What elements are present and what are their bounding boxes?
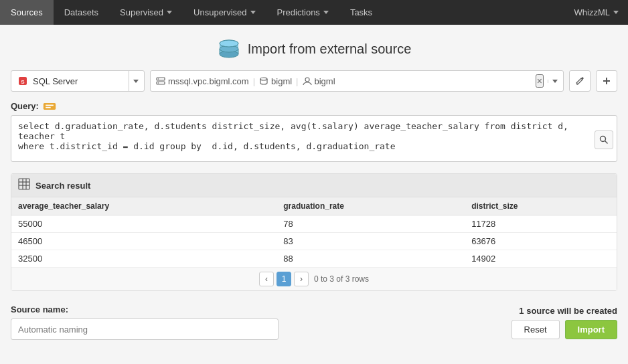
expand-connection-button[interactable] [548,80,558,83]
navbar: Sources Datasets Supervised Unsupervised… [0,0,628,25]
nav-unsupervised-label: Unsupervised [193,7,247,17]
cell-grad-2: 83 [277,233,465,250]
plus-icon [602,76,611,86]
nav-supervised[interactable]: Supervised [109,0,183,25]
table-row: 55000 78 11728 [11,215,617,233]
query-label: Query: [11,101,617,111]
server-icon [156,76,165,86]
table-header-row: average_teacher_salary graduation_rate d… [11,197,617,215]
prev-page-button[interactable]: ‹ [259,272,274,286]
page-header: Import from external source [11,37,617,61]
svg-point-14 [305,78,309,82]
nav-supervised-label: Supervised [120,7,163,17]
col-header-grad-rate: graduation_rate [277,197,465,215]
svg-point-21 [601,136,606,141]
svg-rect-18 [44,103,56,110]
will-create-text: 1 source will be created [519,306,617,316]
connection-details: mssql.vpc.bigml.com | bigml | bigml × [150,70,564,92]
query-section: Query: [11,101,617,164]
results-footer: ‹ 1 › 0 to 3 of 3 rows [11,267,617,290]
svg-rect-23 [19,179,29,189]
nav-sources-label: Sources [11,7,43,17]
current-page[interactable]: 1 [277,272,291,286]
pagination: ‹ 1 › [259,272,309,286]
conn-database: bigml [259,76,292,86]
clear-connection-button[interactable]: × [536,74,544,88]
nav-unsupervised-caret [250,11,256,14]
svg-point-13 [260,78,267,80]
results-header: Search result [11,174,617,197]
will-create-suffix: source will be created [526,306,617,316]
svg-point-6 [220,40,238,47]
action-buttons: Reset Import [512,320,617,339]
query-input[interactable] [11,115,617,162]
will-create-count: 1 [519,306,524,316]
main-content: Import from external source S SQL Server [0,25,628,343]
db-type-caret[interactable] [129,71,139,91]
pagination-info: 0 to 3 of 3 rows [314,274,369,284]
cell-district-2: 63676 [465,233,617,250]
nav-datasets-label: Datasets [64,7,98,17]
grid-icon [18,178,30,193]
col-header-avg-salary: average_teacher_salary [11,197,277,215]
nav-datasets[interactable]: Datasets [54,0,109,25]
svg-point-11 [158,78,159,80]
db-type-select[interactable]: S SQL Server [11,70,145,92]
svg-point-12 [158,82,159,84]
cell-district-3: 14902 [465,250,617,268]
cell-grad-3: 88 [277,250,465,268]
nav-sources[interactable]: Sources [0,0,54,25]
search-icon [599,135,609,145]
database-icon [217,37,241,61]
source-name-section: Source name: [11,304,279,340]
brand-caret [613,11,619,14]
nav-tasks-label: Tasks [350,7,372,17]
results-table: average_teacher_salary graduation_rate d… [11,197,617,267]
conn-user: bigml [303,76,335,86]
reset-button[interactable]: Reset [512,320,560,339]
nav-unsupervised[interactable]: Unsupervised [183,0,266,25]
cell-district-1: 11728 [465,215,617,233]
run-query-button[interactable] [595,130,613,149]
connection-row: S SQL Server mssql.vpc.bigml.com | [11,70,617,92]
table-icon [18,178,30,190]
query-help-icon [43,102,56,111]
table-row: 46500 83 63676 [11,233,617,250]
source-name-row: Source name: 1 source will be created Re… [11,302,617,343]
conn-host: mssql.vpc.bigml.com [156,76,249,86]
page-title: Import from external source [248,41,412,57]
brand[interactable]: WhizzML [565,0,628,25]
nav-predictions-label: Predictions [277,7,320,17]
nav-predictions-caret [323,11,329,14]
import-button[interactable]: Import [565,320,617,339]
query-label-text: Query: [11,101,39,111]
edit-connection-button[interactable] [569,70,591,92]
query-wrap [11,115,617,164]
cell-salary-1: 55000 [11,215,277,233]
table-row: 32500 88 14902 [11,250,617,268]
cell-grad-1: 78 [277,215,465,233]
nav-predictions[interactable]: Predictions [266,0,339,25]
db-type-label: SQL Server [33,76,126,86]
results-section: Search result average_teacher_salary gra… [11,173,617,291]
nav-supervised-caret [167,11,172,14]
db-small-icon [259,76,268,86]
user-icon [303,76,312,86]
nav-tasks[interactable]: Tasks [339,0,383,25]
cell-salary-3: 32500 [11,250,277,268]
edit-icon [575,76,584,86]
next-page-button[interactable]: › [294,272,309,286]
action-area: 1 source will be created Reset Import [512,306,617,339]
results-title: Search result [35,181,90,191]
brand-label: WhizzML [574,7,610,17]
col-header-district-size: district_size [465,197,617,215]
source-name-input[interactable] [11,318,279,340]
svg-text:S: S [21,79,25,85]
svg-line-22 [605,141,608,143]
sql-icon: S [17,75,29,87]
add-connection-button[interactable] [596,70,617,92]
cell-salary-2: 46500 [11,233,277,250]
source-name-label: Source name: [11,304,279,314]
